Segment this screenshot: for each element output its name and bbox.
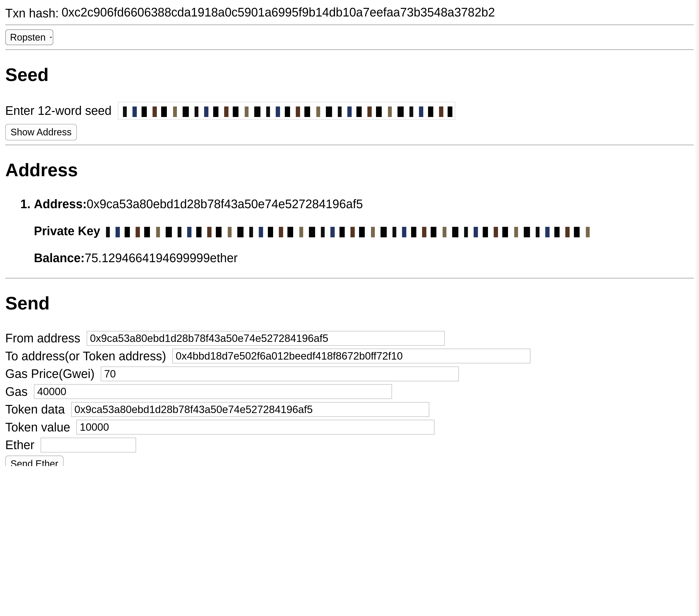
gas-price-label: Gas Price(Gwei)	[5, 367, 94, 381]
divider	[5, 145, 694, 145]
to-address-label: To address(or Token address)	[5, 349, 166, 363]
token-data-input[interactable]	[71, 402, 429, 417]
gas-row: Gas	[5, 384, 694, 399]
txn-hash-row: Txn hash: 0xc2c906fd6606388cda1918a0c590…	[5, 5, 694, 20]
seed-prompt-label: Enter 12-word seed	[5, 104, 111, 118]
to-row: To address(or Token address)	[5, 348, 694, 364]
balance-kv: Balance:75.1294664194699999ether	[34, 251, 694, 265]
ether-label: Ether	[5, 438, 35, 452]
send-heading: Send	[5, 293, 694, 314]
ether-row: Ether	[5, 437, 694, 453]
address-value: 0x9ca53a80ebd1d28b78f43a50e74e527284196a…	[87, 197, 363, 211]
private-key-kv: Private Key	[34, 224, 694, 238]
network-select[interactable]: Ropsten	[5, 29, 53, 45]
gas-input[interactable]	[34, 384, 392, 399]
gas-label: Gas	[5, 385, 28, 399]
seed-input[interactable]	[118, 102, 455, 120]
address-list: Address:0x9ca53a80ebd1d28b78f43a50e74e52…	[5, 197, 694, 265]
redacted-private-key-icon	[106, 227, 595, 237]
divider	[5, 25, 694, 25]
network-row: Ropsten	[5, 29, 694, 45]
show-address-button[interactable]: Show Address	[5, 124, 77, 140]
divider	[5, 278, 694, 278]
balance-label: Balance:	[34, 251, 85, 265]
private-key-label: Private Key	[34, 224, 100, 238]
token-data-label: Token data	[5, 402, 65, 416]
to-address-input[interactable]	[172, 349, 530, 363]
seed-heading: Seed	[5, 64, 694, 85]
address-list-item: Address:0x9ca53a80ebd1d28b78f43a50e74e52…	[34, 197, 694, 265]
gas-price-row: Gas Price(Gwei)	[5, 366, 694, 381]
page-shadow	[695, 0, 699, 471]
address-heading: Address	[5, 159, 694, 180]
from-address-label: From address	[5, 331, 80, 345]
divider	[5, 49, 694, 50]
gas-price-input[interactable]	[101, 367, 459, 381]
address-kv: Address:0x9ca53a80ebd1d28b78f43a50e74e52…	[34, 197, 694, 211]
seed-entry-row: Enter 12-word seed	[5, 102, 694, 120]
token-value-row: Token value	[5, 419, 694, 435]
txn-hash-value: 0xc2c906fd6606388cda1918a0c5901a6995f9b1…	[62, 5, 495, 19]
redacted-seed-icon	[123, 106, 452, 117]
token-value-label: Token value	[5, 420, 70, 434]
ether-input[interactable]	[41, 438, 136, 453]
from-address-input[interactable]	[87, 331, 445, 346]
txn-hash-label: Txn hash:	[5, 6, 59, 20]
token-value-input[interactable]	[76, 420, 435, 434]
balance-unit: ether	[210, 251, 238, 265]
balance-value: 75.1294664194699999	[85, 251, 210, 265]
send-ether-button[interactable]: Send Ether	[5, 456, 64, 466]
token-data-row: Token data	[5, 401, 694, 417]
address-label: Address:	[34, 197, 87, 211]
from-row: From address	[5, 330, 694, 346]
